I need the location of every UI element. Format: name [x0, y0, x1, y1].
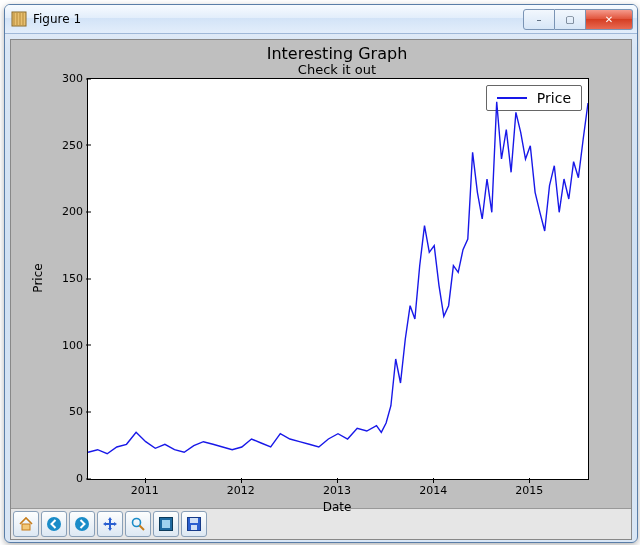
window-buttons: – ▢ ✕	[523, 9, 633, 30]
chart-title: Interesting Graph	[87, 44, 587, 63]
figure-canvas[interactable]: Interesting Graph Check it out Price Dat…	[11, 40, 631, 508]
svg-point-4	[133, 519, 141, 527]
titlebar[interactable]: Figure 1 – ▢ ✕	[5, 5, 637, 34]
save-button[interactable]	[181, 511, 207, 537]
zoom-button[interactable]	[125, 511, 151, 537]
forward-button[interactable]	[69, 511, 95, 537]
window-title: Figure 1	[33, 12, 81, 26]
x-tick: 2011	[131, 484, 159, 497]
y-tick: 150	[43, 272, 83, 285]
x-axis-label: Date	[87, 500, 587, 514]
y-tick: 250	[43, 138, 83, 151]
plot-area[interactable]: Price	[87, 78, 589, 480]
client-area: Interesting Graph Check it out Price Dat…	[10, 39, 632, 540]
y-tick: 300	[43, 72, 83, 85]
y-tick: 50	[43, 405, 83, 418]
back-button[interactable]	[41, 511, 67, 537]
maximize-button[interactable]: ▢	[555, 9, 586, 30]
app-icon	[11, 11, 27, 27]
chart-subtitle: Check it out	[87, 62, 587, 77]
y-tick: 200	[43, 205, 83, 218]
subplots-button[interactable]	[153, 511, 179, 537]
svg-rect-10	[191, 525, 197, 530]
x-tick: 2015	[515, 484, 543, 497]
close-button[interactable]: ✕	[586, 9, 633, 30]
app-window: Figure 1 – ▢ ✕ Interesting Graph Check i…	[4, 4, 638, 543]
x-tick: 2014	[419, 484, 447, 497]
svg-line-5	[140, 526, 145, 531]
svg-point-3	[75, 517, 89, 531]
x-tick: 2012	[227, 484, 255, 497]
svg-rect-9	[190, 518, 198, 523]
minimize-button[interactable]: –	[523, 9, 555, 30]
price-series	[88, 79, 588, 479]
svg-rect-1	[22, 524, 30, 530]
svg-rect-7	[162, 520, 170, 528]
y-tick: 100	[43, 338, 83, 351]
y-tick: 0	[43, 472, 83, 485]
x-tick: 2013	[323, 484, 351, 497]
pan-button[interactable]	[97, 511, 123, 537]
home-button[interactable]	[13, 511, 39, 537]
svg-point-2	[47, 517, 61, 531]
